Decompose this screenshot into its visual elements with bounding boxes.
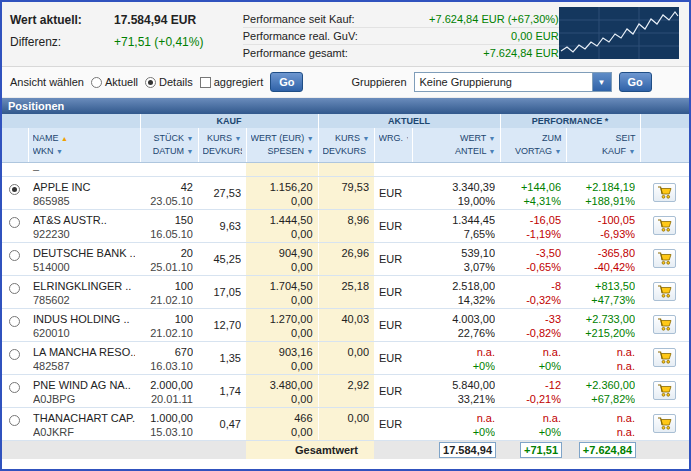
position-stueck: 670 — [145, 345, 193, 359]
checkbox-aggregiert[interactable]: aggregiert — [200, 76, 264, 88]
row-select-radio[interactable] — [9, 250, 20, 261]
row-select-radio[interactable] — [9, 283, 20, 294]
chevron-down-icon[interactable]: ▼ — [592, 73, 611, 91]
position-wkn: A0JBPG — [33, 392, 135, 406]
radio-details[interactable]: Details — [145, 76, 193, 88]
column-group-row: KAUF AKTUELL PERFORMANCE * — [2, 114, 689, 128]
row-select-radio[interactable] — [9, 316, 20, 327]
sort-icon[interactable]: ▼ — [629, 148, 636, 155]
wkn-header-label: WKN — [33, 146, 54, 156]
checkbox-aggregiert-label: aggregiert — [214, 76, 264, 88]
gruppierung-select[interactable]: Keine Gruppierung ▼ — [414, 72, 612, 92]
position-stueck: 150 — [145, 213, 193, 227]
position-seit-kauf-pct: +47,73% — [571, 293, 635, 307]
position-vortag-pct: -0,65% — [505, 260, 561, 274]
column-header-wert-spesen[interactable]: WERT (EUR) ▼ SPESEN ▼ — [246, 128, 318, 162]
position-vortag-pct: -1,19% — [505, 227, 561, 241]
sort-icon[interactable]: ▼ — [369, 148, 370, 155]
ansicht-waehlen-label: Ansicht wählen — [10, 76, 84, 88]
sort-icon[interactable]: ▼ — [489, 135, 496, 142]
order-cart-button[interactable] — [653, 183, 676, 202]
position-anteil: 22,76% — [417, 326, 495, 340]
sort-icon[interactable]: ▼ — [187, 135, 194, 142]
view-go-button[interactable]: Go — [270, 72, 303, 92]
position-row: LA MANCHA RESO.. 482587 670 16.03.10 1,3… — [2, 341, 689, 374]
column-header-select — [2, 128, 28, 162]
position-vortag-abs: n.a. — [505, 345, 561, 359]
row-select-radio[interactable] — [9, 349, 20, 360]
gesamt-vortag-value: +71,51 — [520, 442, 562, 458]
column-header-name[interactable]: NAME ▲ WKN ▼ — [28, 128, 140, 162]
row-select-radio[interactable] — [9, 184, 20, 195]
position-anteil: 33,21% — [417, 392, 495, 406]
radio-details-circle[interactable] — [145, 77, 156, 88]
column-header-kurs-kauf[interactable]: KURS ▼ DEVKURS ▼ — [198, 128, 246, 162]
sort-icon[interactable]: ▼ — [406, 135, 408, 142]
position-datum: 23.05.10 — [145, 194, 193, 208]
column-header-seit-kauf[interactable]: SEIT KAUF ▼ — [566, 128, 640, 162]
sort-asc-active-icon[interactable]: ▲ — [61, 135, 68, 142]
column-header-stueck-datum[interactable]: STÜCK ▼ DATUM ▼ — [140, 128, 198, 162]
position-vortag-abs: +144,06 — [505, 180, 561, 194]
order-cart-button[interactable] — [653, 249, 676, 268]
radio-aktuell-circle[interactable] — [91, 77, 102, 88]
column-header-wrg[interactable]: WRG. ▼ — [374, 128, 412, 162]
checkbox-aggregiert-box[interactable] — [200, 77, 211, 88]
sort-icon[interactable]: ▼ — [56, 148, 63, 155]
order-cart-button[interactable] — [653, 414, 676, 433]
position-anteil: 19,00% — [417, 194, 495, 208]
gruppierung-selected-value: Keine Gruppierung — [420, 76, 512, 88]
column-header-zum-vortag[interactable]: ZUM VORTAG ▼ — [500, 128, 566, 162]
sort-icon[interactable]: ▼ — [187, 148, 194, 155]
portfolio-window: Wert aktuell: 17.584,94 EUR Differenz: +… — [0, 0, 691, 471]
column-header-kurs-aktuell[interactable]: KURS ▼ DEVKURS ▼ — [318, 128, 374, 162]
position-seit-kauf-pct: +215,20% — [571, 326, 635, 340]
sort-icon[interactable]: ▼ — [489, 148, 496, 155]
position-seit-kauf-abs: +2.360,00 — [571, 378, 635, 392]
order-cart-button[interactable] — [653, 315, 676, 334]
order-cart-button[interactable] — [653, 348, 676, 367]
position-kurs-kauf: 1,74 — [203, 384, 241, 398]
position-wert-kauf: 904,90 — [251, 246, 313, 260]
order-cart-button[interactable] — [653, 216, 676, 235]
sort-icon[interactable]: ▼ — [363, 135, 370, 142]
position-name: APPLE INC — [33, 180, 135, 194]
position-wkn: 865985 — [33, 194, 135, 208]
position-row: AT&S AUSTR.. 922230 150 16.05.10 9,63 1.… — [2, 209, 689, 242]
position-seit-kauf-pct: -40,42% — [571, 260, 635, 274]
position-kurs-kauf: 9,63 — [203, 219, 241, 233]
sort-icon[interactable]: ▼ — [555, 148, 562, 155]
position-datum: 16.05.10 — [145, 227, 193, 241]
sort-icon[interactable]: ▼ — [307, 148, 314, 155]
position-kurs-kauf: 17,05 — [203, 285, 241, 299]
position-vortag-pct: -0,82% — [505, 326, 561, 340]
column-header-row: NAME ▲ WKN ▼ STÜCK ▼ DATUM ▼ KURS ▼ DEVK… — [2, 128, 689, 162]
differenz-label: Differenz: — [10, 35, 114, 57]
positions-table: KAUF AKTUELL PERFORMANCE * NAME ▲ WKN ▼ … — [2, 114, 689, 459]
row-select-radio[interactable] — [9, 382, 20, 393]
perf-real-guv-value: 0,00 EUR — [389, 30, 559, 42]
sort-icon[interactable]: ▼ — [307, 135, 314, 142]
cart-icon — [657, 318, 672, 331]
position-wkn: 922230 — [33, 227, 135, 241]
position-name: ELRINGKLINGER .. — [33, 279, 135, 293]
position-datum: 20.01.11 — [145, 392, 193, 406]
order-cart-button[interactable] — [653, 381, 676, 400]
column-header-wert-anteil[interactable]: WERT ▼ ANTEIL ▼ — [412, 128, 500, 162]
row-select-radio[interactable] — [9, 217, 20, 228]
group-aktuell: AKTUELL — [318, 114, 500, 128]
position-kurs-aktuell: 8,96 — [324, 213, 370, 227]
sort-icon[interactable]: ▼ — [235, 135, 242, 142]
wert-aktuell-label: Wert aktuell: — [10, 13, 114, 35]
position-wert: 3.340,39 — [417, 180, 495, 194]
gesamtwert-label: Gesamtwert — [246, 440, 374, 459]
position-stueck: 42 — [145, 180, 193, 194]
row-select-radio[interactable] — [9, 415, 20, 426]
order-cart-button[interactable] — [653, 282, 676, 301]
position-vortag-pct: -0,21% — [505, 392, 561, 406]
position-spesen: 0,00 — [251, 359, 313, 373]
gruppieren-go-button[interactable]: Go — [619, 72, 652, 92]
radio-aktuell[interactable]: Aktuell — [91, 76, 138, 88]
position-vortag-abs: n.a. — [505, 411, 561, 425]
placeholder-dash: – — [28, 162, 140, 176]
